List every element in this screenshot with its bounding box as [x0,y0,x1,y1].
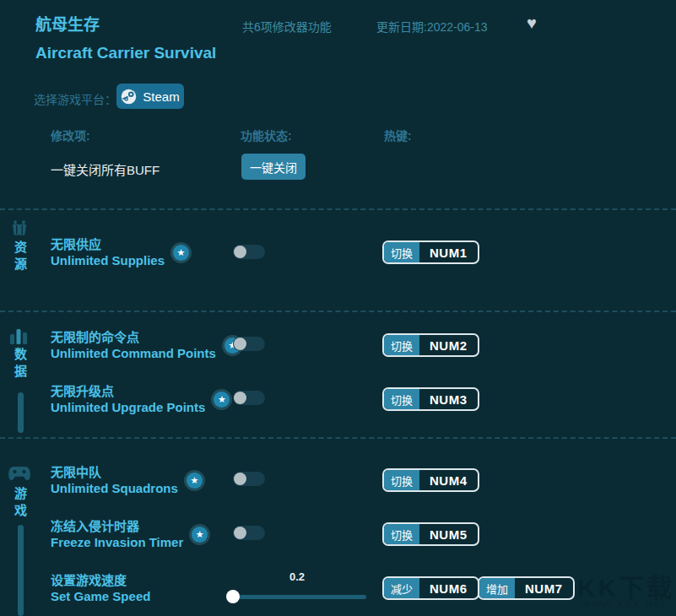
feature-name-en: Unlimited Squadrons [51,481,178,496]
supply-crate-icon [11,219,28,240]
hotkey-key-label: NUM2 [419,335,478,355]
toggle-unlimited-command-points[interactable] [233,337,265,351]
feature-name-en: Freeze Invasion Timer [51,535,183,550]
game-title-cn: 航母生存 [35,12,100,35]
update-date: 更新日期:2022-06-13 [376,18,488,35]
hotkey-action-label: 切换 [384,335,419,355]
watermark-url: www.kkx.net [581,596,666,610]
section-label-data: 数据 [11,348,29,381]
hotkey-num4[interactable]: 切换 NUM4 [382,468,479,492]
bar-chart-icon [9,327,28,348]
section-scroll-indicator [18,392,24,433]
section-label-resources: 资源 [11,240,29,274]
column-header-hotkey: 热键: [384,127,412,143]
feature-count: 共6项修改器功能 [242,18,332,35]
feature-name: 无限中队 Unlimited Squadrons [51,465,178,496]
feature-name: 无限升级点 Unlimited Upgrade Points [51,384,205,415]
hotkey-action-label: 切换 [384,242,419,262]
feature-name-cn: 无限制的命令点 [51,330,216,345]
steam-button-label: Steam [143,89,179,104]
feature-name-cn: 无限供应 [51,237,165,252]
hotkey-num1[interactable]: 切换 NUM1 [382,240,479,264]
game-speed-slider-knob[interactable] [226,590,240,603]
hotkey-key-label: NUM3 [419,389,478,409]
hotkey-num5[interactable]: 切换 NUM5 [382,522,479,546]
steam-platform-button[interactable]: Steam [116,84,184,109]
hotkey-action-label: 切换 [384,389,419,409]
feature-name-cn: 无限升级点 [51,384,205,399]
feature-name-cn: 冻结入侵计时器 [51,519,183,534]
feature-unlimited-command-points: 无限制的命令点 Unlimited Command Points ★ [51,330,241,361]
section-divider [0,208,676,210]
feature-name-en: Set Game Speed [51,589,150,604]
section-divider [0,311,676,312]
feature-name: 冻结入侵计时器 Freeze Invasion Timer [51,519,183,550]
toggle-unlimited-upgrade-points[interactable] [233,391,265,405]
close-all-buff-button[interactable]: 一键关闭 [241,154,306,180]
hotkey-action-label: 切换 [384,470,419,490]
game-speed-value: 0.2 [289,570,305,583]
hotkey-key-label: NUM4 [419,470,478,490]
steam-icon [121,89,137,105]
star-badge-icon[interactable]: ★ [187,473,203,489]
star-badge-icon[interactable]: ★ [192,527,208,543]
column-header-status: 功能状态: [241,127,292,143]
section-scroll-indicator [18,525,24,616]
hotkey-num2[interactable]: 切换 NUM2 [382,333,479,357]
section-divider [0,437,676,439]
feature-name-en: Unlimited Supplies [51,253,165,268]
feature-name-cn: 无限中队 [51,465,178,480]
gamepad-icon [8,465,31,485]
toggle-unlimited-supplies[interactable] [233,245,265,259]
hotkey-key-label: NUM6 [419,578,478,598]
feature-name: 无限制的命令点 Unlimited Command Points [51,330,216,361]
hotkey-num6[interactable]: 减少 NUM6 [382,576,479,600]
hotkey-action-label: 切换 [384,524,419,544]
hotkey-key-label: NUM5 [419,524,478,544]
toggle-freeze-invasion-timer[interactable] [233,526,265,540]
feature-name-cn: 设置游戏速度 [51,573,150,588]
hotkey-action-label: 减少 [384,578,419,598]
favorite-heart-icon[interactable]: ♥ [527,14,537,31]
feature-set-game-speed: 设置游戏速度 Set Game Speed [51,573,150,604]
feature-name-en: Unlimited Command Points [51,346,216,361]
game-speed-slider-track[interactable] [233,595,366,599]
feature-unlimited-supplies: 无限供应 Unlimited Supplies ★ [51,237,189,268]
column-header-item: 修改项: [51,127,90,143]
feature-unlimited-squadrons: 无限中队 Unlimited Squadrons ★ [51,465,203,496]
hotkey-num7[interactable]: 增加 NUM7 [478,576,575,600]
feature-name-en: Unlimited Upgrade Points [51,400,205,415]
buff-row-label: 一键关闭所有BUFF [51,160,160,178]
star-badge-icon[interactable]: ★ [173,245,189,261]
section-label-game: 游戏 [11,487,29,521]
trainer-window: 航母生存 共6项修改器功能 更新日期:2022-06-13 ♥ Aircraft… [0,0,676,616]
feature-unlimited-upgrade-points: 无限升级点 Unlimited Upgrade Points ★ [51,384,230,415]
feature-freeze-invasion-timer: 冻结入侵计时器 Freeze Invasion Timer ★ [51,519,208,550]
platform-label: 选择游戏平台： [34,90,116,107]
hotkey-num3[interactable]: 切换 NUM3 [382,387,479,411]
hotkey-key-label: NUM1 [419,242,478,262]
feature-name: 无限供应 Unlimited Supplies [51,237,165,268]
hotkey-key-label: NUM7 [515,578,573,598]
toggle-unlimited-squadrons[interactable] [233,472,265,486]
feature-name: 设置游戏速度 Set Game Speed [51,573,150,604]
game-title-en: Aircraft Carrier Survival [35,44,216,62]
star-badge-icon[interactable]: ★ [214,392,230,408]
hotkey-action-label: 增加 [479,578,515,598]
